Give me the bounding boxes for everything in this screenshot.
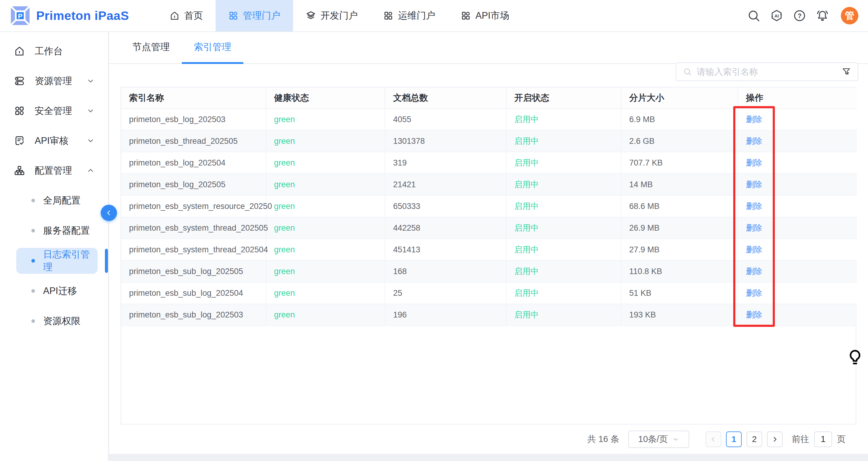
bullet-icon <box>31 289 35 293</box>
delete-link[interactable]: 删除 <box>746 223 762 233</box>
delete-link[interactable]: 删除 <box>746 245 762 254</box>
index-search-box <box>676 62 858 81</box>
sidebar-subitem-label: API迁移 <box>43 285 77 297</box>
ai-assistant-icon[interactable]: AI <box>770 9 783 23</box>
svg-text:AI: AI <box>775 13 779 19</box>
sidebar-item-3[interactable]: API审核 <box>0 126 108 156</box>
nav-item-label: 开发门户 <box>320 9 358 22</box>
page-button-1[interactable]: 1 <box>726 431 742 447</box>
brand: P Primeton iPaaS <box>0 6 157 26</box>
sidebar-subitem-label: 全局配置 <box>43 194 81 207</box>
cell-action: 删除 <box>738 174 857 195</box>
sidebar-item-1[interactable]: 资源管理 <box>0 66 108 96</box>
sidebar-subitem-4-0[interactable]: 全局配置 <box>0 185 108 216</box>
nav-item-1[interactable]: 管理门户 <box>216 0 293 31</box>
page-button-2[interactable]: 2 <box>746 431 762 447</box>
sidebar-item-label: 安全管理 <box>35 104 72 117</box>
index-table-card: 索引名称健康状态文档总数开启状态分片大小操作 primeton_esb_log_… <box>121 87 856 425</box>
brand-name: Primeton iPaaS <box>36 9 129 23</box>
cell-health: green <box>266 152 385 174</box>
delete-link[interactable]: 删除 <box>746 136 762 146</box>
nav-item-3[interactable]: 运维门户 <box>371 0 448 31</box>
table-row: primeton_esb_sub_log_202504green25启用中51 … <box>121 282 857 304</box>
page-size-select[interactable]: 10条/页 <box>628 431 689 448</box>
nav-item-0[interactable]: 首页 <box>157 0 216 31</box>
cell-index-name: primeton_esb_system_thread_202505 <box>121 217 266 239</box>
delete-link[interactable]: 删除 <box>746 202 762 211</box>
cell-index-name: primeton_esb_log_202503 <box>121 109 266 130</box>
grid-icon <box>383 10 394 21</box>
table-row: primeton_esb_sub_log_202505green168启用中11… <box>121 260 857 282</box>
bullet-icon <box>31 229 35 233</box>
grid-icon <box>228 10 239 21</box>
cell-index-name: primeton_esb_sub_log_202503 <box>121 304 266 326</box>
cell-status: 启用中 <box>506 195 621 217</box>
column-header: 分片大小 <box>621 87 738 109</box>
goto-page-input[interactable]: 1 <box>814 431 832 447</box>
delete-link[interactable]: 删除 <box>746 158 762 167</box>
pagination-bar: 共 16 条 10条/页 12 前往 1 页 <box>109 425 868 454</box>
cell-doc-count: 4055 <box>385 109 506 130</box>
cell-doc-count: 168 <box>385 260 506 282</box>
sidebar-subitem-label: 服务器配置 <box>43 224 90 237</box>
sidebar-subitem-4-1[interactable]: 服务器配置 <box>0 216 108 246</box>
tab-0[interactable]: 节点管理 <box>120 32 182 64</box>
cell-health: green <box>266 282 385 304</box>
cell-shard-size: 193 KB <box>621 304 738 326</box>
nav-item-label: API市场 <box>475 9 509 22</box>
layers-icon <box>306 10 316 21</box>
cell-index-name: primeton_esb_system_resource_20250 <box>121 195 266 217</box>
table-row: primeton_esb_system_thread_202505green44… <box>121 217 857 239</box>
tab-bar: 节点管理索引管理 <box>109 32 868 64</box>
chevron-down-icon <box>87 77 95 85</box>
chevron-left-icon <box>710 436 717 443</box>
delete-link[interactable]: 删除 <box>746 267 762 276</box>
cell-health: green <box>266 260 385 282</box>
user-avatar[interactable]: 管 <box>841 7 858 24</box>
table-row: primeton_esb_log_202504green319启用中707.7 … <box>121 152 857 174</box>
page-unit-label: 页 <box>837 433 846 445</box>
next-page-button[interactable] <box>767 431 783 447</box>
cell-action: 删除 <box>738 239 857 260</box>
notification-bell-icon[interactable] <box>815 9 829 23</box>
main-content: 节点管理索引管理 索引名称健康状态文档总数开启状态分片大小操作 primeton… <box>109 32 868 454</box>
nav-item-2[interactable]: 开发门户 <box>293 0 371 31</box>
cell-doc-count: 442258 <box>385 217 506 239</box>
sidebar-subitem-4-4[interactable]: 资源权限 <box>0 306 108 336</box>
chevron-right-icon <box>771 436 778 443</box>
tab-1[interactable]: 索引管理 <box>182 32 243 64</box>
delete-link[interactable]: 删除 <box>746 288 762 298</box>
home-icon <box>169 10 180 21</box>
sidebar-subitem-4-2[interactable]: 日志索引管理 <box>0 246 108 276</box>
index-search-input[interactable] <box>697 67 837 77</box>
cell-status: 启用中 <box>506 152 621 174</box>
sidebar-item-0[interactable]: 工作台 <box>0 36 108 66</box>
cell-doc-count: 1301378 <box>385 130 506 152</box>
search-icon[interactable] <box>747 9 761 23</box>
delete-link[interactable]: 删除 <box>746 115 762 124</box>
sidebar-subitem-4-3[interactable]: API迁移 <box>0 276 108 306</box>
sidebar-collapse-button[interactable] <box>101 205 117 221</box>
prev-page-button[interactable] <box>706 431 721 447</box>
bullet-icon <box>31 199 35 202</box>
server-icon <box>14 75 25 87</box>
table-row: primeton_esb_log_202503green4055启用中6.9 M… <box>121 109 857 130</box>
cell-index-name: primeton_esb_log_202504 <box>121 152 266 174</box>
filter-funnel-icon[interactable] <box>841 67 851 76</box>
cell-action: 删除 <box>738 304 857 326</box>
cell-index-name: primeton_esb_thread_202505 <box>121 130 266 152</box>
sidebar-item-2[interactable]: 安全管理 <box>0 96 108 126</box>
cell-doc-count: 451413 <box>385 239 506 260</box>
help-icon[interactable]: ? <box>793 9 806 23</box>
sidebar-item-label: 工作台 <box>35 45 63 58</box>
svg-text:P: P <box>18 12 22 20</box>
sidebar-item-4[interactable]: 配置管理 <box>0 156 108 185</box>
delete-link[interactable]: 删除 <box>746 310 762 319</box>
table-row: primeton_esb_thread_202505green1301378启用… <box>121 130 857 152</box>
nav-item-4[interactable]: API市场 <box>448 0 522 31</box>
cell-action: 删除 <box>738 109 857 130</box>
column-header: 健康状态 <box>266 87 385 109</box>
delete-link[interactable]: 删除 <box>746 180 762 189</box>
lightbulb-icon[interactable] <box>846 348 864 367</box>
cell-status: 启用中 <box>506 174 621 195</box>
